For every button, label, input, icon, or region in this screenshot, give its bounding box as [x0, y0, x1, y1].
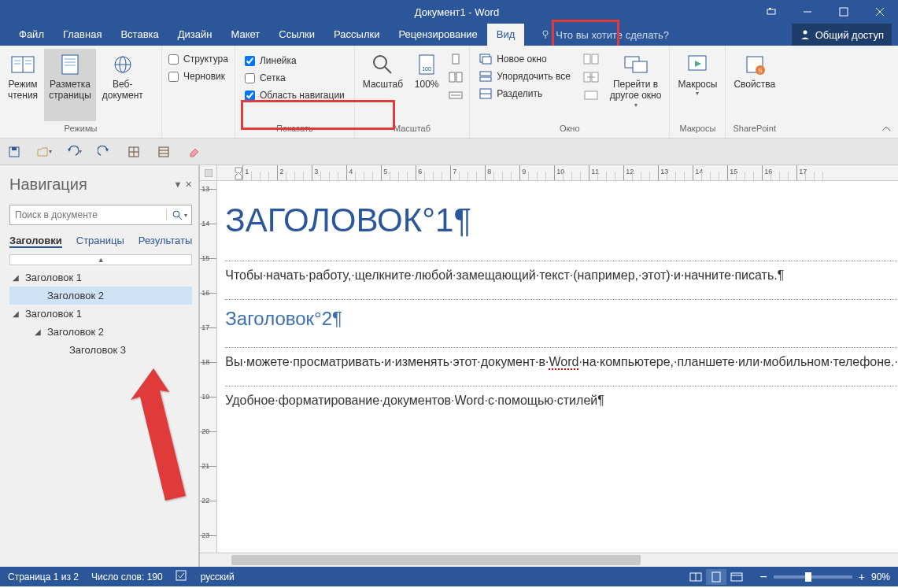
nav-tree-item[interactable]: ◢Заголовок 1	[9, 268, 192, 287]
switch-windows-icon	[623, 52, 649, 77]
nav-tab-headings[interactable]: Заголовки	[9, 235, 62, 248]
menu-review[interactable]: Рецензирование	[389, 24, 486, 46]
multi-page-icon[interactable]	[449, 72, 463, 85]
share-button[interactable]: Общий доступ	[792, 24, 892, 46]
chevron-down-icon[interactable]: ◢	[13, 309, 19, 318]
web-layout-button[interactable]: Веб- документ	[98, 49, 148, 121]
read-mode-view-icon[interactable]	[686, 569, 706, 585]
zoom-out-button[interactable]: −	[759, 570, 767, 584]
properties-button[interactable]: S Свойства	[729, 49, 780, 121]
nav-pane-close-icon[interactable]: ✕	[185, 179, 192, 190]
menu-view[interactable]: Вид	[487, 24, 525, 46]
table-icon[interactable]	[126, 144, 142, 160]
menu-bar: Файл Главная Вставка Дизайн Макет Ссылки…	[0, 24, 898, 46]
nav-tree-item[interactable]: ◢Заголовок 1	[9, 305, 192, 323]
status-page[interactable]: Страница 1 из 2	[8, 571, 79, 582]
svg-rect-28	[456, 72, 462, 82]
print-layout-icon	[57, 52, 83, 77]
outline-view-checkbox[interactable]: Структура	[168, 54, 228, 65]
zoom-slider[interactable]	[774, 575, 852, 579]
table-props-icon[interactable]	[156, 144, 172, 160]
svg-rect-38	[592, 54, 598, 64]
sync-scroll-icon[interactable]	[583, 72, 599, 85]
collapse-ribbon-icon[interactable]	[881, 124, 892, 135]
nav-tab-results[interactable]: Результаты	[139, 235, 192, 248]
spellcheck-icon[interactable]	[176, 570, 188, 583]
search-icon[interactable]: ▾	[166, 209, 191, 220]
svg-rect-1	[769, 8, 771, 9]
vertical-ruler[interactable]: 1314151617181920212223	[200, 181, 217, 553]
svg-rect-37	[584, 54, 590, 64]
gridlines-checkbox[interactable]: Сетка	[245, 72, 345, 83]
nav-search-input[interactable]	[10, 205, 166, 224]
heading-1[interactable]: ЗАГОЛОВОК°1¶	[225, 189, 898, 248]
zoom-level[interactable]: 90%	[871, 571, 890, 582]
svg-marker-51	[68, 149, 71, 152]
open-icon[interactable]: ▾	[36, 144, 52, 160]
svg-rect-62	[205, 169, 212, 177]
scrollbar-thumb[interactable]	[231, 555, 641, 565]
nav-tree-item[interactable]: ◢Заголовок 2	[9, 323, 192, 341]
page-width-icon[interactable]	[449, 90, 463, 103]
tell-me-search[interactable]: Что вы хотите сделать?	[540, 29, 669, 41]
menu-design[interactable]: Дизайн	[168, 24, 222, 46]
one-page-icon[interactable]	[449, 54, 463, 67]
svg-rect-3	[840, 8, 848, 16]
macros-button[interactable]: Макросы ▾	[673, 49, 722, 121]
paragraph[interactable]: Удобное·форматирование·документов·Word·с…	[225, 386, 898, 411]
nav-search-box[interactable]: ▾	[9, 205, 192, 225]
nav-tree-item[interactable]: Заголовок 2	[9, 287, 192, 305]
horizontal-scrollbar[interactable]	[200, 553, 898, 567]
zoom-in-button[interactable]: +	[859, 571, 865, 583]
navigation-pane-checkbox[interactable]: Область навигации	[245, 90, 345, 101]
status-word-count[interactable]: Число слов: 190	[91, 571, 163, 582]
status-language[interactable]: русский	[201, 571, 235, 582]
switch-windows-button[interactable]: Перейти в другое окно ▾	[605, 49, 667, 121]
zoom-100-button[interactable]: 100 100%	[409, 49, 444, 121]
document-page[interactable]: ЗАГОЛОВОК°1¶ Чтобы·начать·работу,·щелкни…	[217, 181, 898, 553]
view-side-by-side-icon[interactable]	[583, 54, 599, 67]
heading-2[interactable]: Заголовок°2¶	[225, 299, 898, 335]
undo-icon[interactable]: ▾	[66, 144, 82, 160]
close-icon[interactable]	[862, 0, 898, 24]
eraser-icon[interactable]	[186, 144, 201, 160]
chevron-down-icon[interactable]: ◢	[13, 273, 19, 282]
print-layout-button[interactable]: Разметка страницы	[44, 49, 96, 121]
nav-collapse-all[interactable]: ▲	[9, 254, 192, 265]
redo-icon[interactable]	[96, 144, 112, 160]
nav-tab-pages[interactable]: Страницы	[76, 235, 124, 248]
menu-insert[interactable]: Вставка	[111, 24, 168, 46]
paragraph[interactable]: Вы·можете·просматривать·и·изменять·этот·…	[225, 347, 898, 372]
print-layout-view-icon[interactable]	[706, 569, 726, 585]
draft-view-checkbox[interactable]: Черновик	[168, 71, 228, 82]
ribbon-display-options-icon[interactable]	[753, 0, 789, 24]
nav-tree: ◢Заголовок 1 Заголовок 2 ◢Заголовок 1 ◢З…	[9, 268, 192, 567]
arrange-all-button[interactable]: Упорядочить все	[479, 71, 571, 82]
nav-pane-menu-icon[interactable]: ▼	[173, 179, 182, 190]
new-window-button[interactable]: Новое окно	[479, 54, 571, 65]
svg-point-6	[543, 31, 548, 35]
nav-tree-item[interactable]: Заголовок 3	[9, 341, 192, 359]
menu-layout[interactable]: Макет	[221, 24, 269, 46]
reading-mode-icon	[10, 52, 35, 77]
status-bar: Страница 1 из 2 Число слов: 190 русский …	[0, 567, 898, 586]
ruler-checkbox[interactable]: Линейка	[245, 55, 345, 66]
zoom-slider-knob[interactable]	[805, 572, 811, 582]
reset-window-icon[interactable]	[583, 90, 599, 103]
menu-file[interactable]: Файл	[9, 24, 54, 46]
minimize-icon[interactable]	[789, 0, 826, 24]
menu-references[interactable]: Ссылки	[269, 24, 324, 46]
horizontal-ruler[interactable]: 1234567891011121314151617	[217, 165, 898, 181]
save-icon[interactable]	[6, 144, 22, 160]
paragraph[interactable]: Чтобы·начать·работу,·щелкните·любой·заме…	[225, 261, 898, 286]
zoom-button[interactable]: Масштаб	[358, 49, 408, 121]
chevron-down-icon[interactable]: ◢	[35, 327, 41, 336]
svg-line-23	[385, 67, 391, 73]
svg-point-22	[374, 56, 386, 68]
menu-home[interactable]: Главная	[54, 24, 111, 46]
reading-mode-button[interactable]: Режим чтения	[3, 49, 42, 121]
maximize-icon[interactable]	[826, 0, 862, 24]
menu-mailings[interactable]: Рассылки	[324, 24, 389, 46]
split-button[interactable]: Разделить	[479, 88, 571, 99]
web-layout-view-icon[interactable]	[726, 569, 747, 585]
